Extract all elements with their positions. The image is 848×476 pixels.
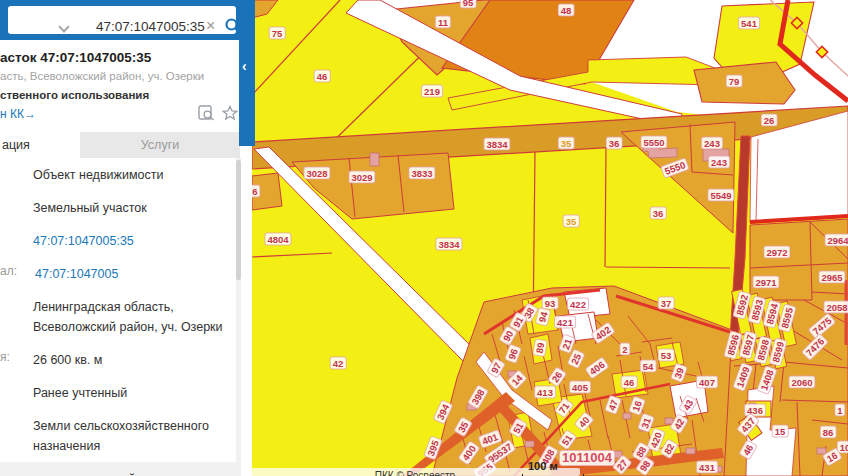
scrollbar-thumb[interactable] [236,160,241,280]
parcel-label-46[interactable]: 46 [621,376,638,389]
parcel-label-2972[interactable]: 2972 [763,246,790,259]
parcel-label-400[interactable]: 400 [457,440,480,465]
parcel-label-15[interactable]: 15 [772,425,789,438]
parcel-label-94[interactable]: 94 [535,307,552,326]
panel-collapse-strip[interactable]: ‹ [239,0,255,146]
parcel-label-26[interactable]: 26 [547,366,567,387]
parcel-label-2971[interactable]: 2971 [752,276,779,289]
plan-kk-link[interactable]: н КК→ [0,107,36,121]
parcel-label-54[interactable]: 54 [640,360,657,373]
search-value[interactable]: 47:07:1047005:35 [96,19,205,34]
info-row-value-link[interactable]: 47:07:1047005:35 [33,231,240,251]
parcel-label-2965[interactable]: 2965 [818,271,845,284]
parcel-label-53[interactable]: 53 [658,349,675,362]
parcel-label-51[interactable]: 51 [557,429,577,450]
parcel-label-36[interactable]: 36 [606,137,623,150]
parcel-label-1011004[interactable]: 1011004 [559,450,615,466]
doc-search-icon[interactable] [198,105,215,125]
parcel-label-42[interactable]: 42 [330,357,347,370]
parcel-labels-layer: 7546219119548541792630063028302938333834… [252,0,848,476]
parcel-label-413[interactable]: 413 [534,386,556,399]
parcel-label-431[interactable]: 431 [696,461,718,474]
parcel-label-47[interactable]: 47 [604,395,622,415]
parcel-label-51[interactable]: 51 [508,418,528,439]
parcel-label-75[interactable]: 75 [269,27,286,40]
parcel-label-407[interactable]: 407 [696,376,718,389]
star-icon[interactable] [222,105,238,125]
info-row-value-link[interactable]: 47:07:1047005 [35,264,240,284]
parcel-label-421[interactable]: 421 [554,316,576,329]
tab-services[interactable]: Услуги [80,132,240,158]
parcel-label-3833[interactable]: 3833 [408,167,435,180]
parcel-label-1409[interactable]: 1409 [732,362,753,392]
parcel-label-5549[interactable]: 5549 [707,189,734,202]
parcel-label-3006[interactable]: 3006 [252,185,261,198]
parcel-label-11[interactable]: 11 [435,16,451,29]
scale-label: 100 м [528,460,558,472]
parcel-label-42[interactable]: 42 [669,414,689,435]
parcel-label-4804[interactable]: 4804 [264,233,291,246]
parcel-label-2964[interactable]: 2964 [824,234,848,247]
parcel-label-46[interactable]: 46 [738,440,758,461]
info-row-label [0,416,15,456]
chevron-down-icon[interactable] [60,23,68,31]
parcel-label-36[interactable]: 36 [650,207,667,220]
parcel-label-5550[interactable]: 5550 [660,157,690,178]
info-row-label [0,297,15,337]
parcel-label-79[interactable]: 79 [726,75,743,88]
sidebar: 47:07:1047005:35 × асток 47:07:1047005:3… [0,0,252,476]
collapse-chevron-icon[interactable]: ‹ [242,58,247,74]
parcel-label-243[interactable]: 243 [701,137,723,150]
parcel-label-37[interactable]: 37 [658,297,675,310]
info-row-label: ал: [0,264,17,284]
parcel-label-406[interactable]: 406 [584,356,609,379]
info-row-5: я:26 600 кв. м [0,343,240,376]
parcel-label-1[interactable]: 1 [834,404,845,417]
parcel-label-43[interactable]: 43 [678,395,698,416]
parcel-label-243[interactable]: 243 [708,156,730,169]
parcel-label-219[interactable]: 219 [421,85,443,98]
info-row-value: Земли сельскохозяйственного назначения [33,416,240,456]
map-viewport[interactable]: 7546219119548541792630063028302938333834… [252,0,848,476]
parcel-label-14[interactable]: 14 [507,370,528,391]
parcel-label-3029[interactable]: 3029 [348,171,375,184]
parcel-label-3834[interactable]: 3834 [435,238,462,251]
parcel-label-35[interactable]: 35 [453,417,473,438]
parcel-label-422[interactable]: 422 [567,298,589,311]
parcel-label-7476[interactable]: 7476 [801,333,829,361]
parcel-label-97[interactable]: 97 [486,358,506,379]
info-row-1: Земельный участок [0,191,240,224]
parcel-label-3834[interactable]: 3834 [483,138,510,151]
parcel-label-402[interactable]: 402 [590,321,615,344]
parcel-label-2[interactable]: 2 [619,343,630,356]
tab-information[interactable]: ация [0,132,80,158]
search-input[interactable]: 47:07:1047005:35 × [8,6,236,34]
parcel-label-71[interactable]: 71 [554,397,574,418]
parcel-label-46[interactable]: 46 [314,70,331,83]
parcel-label-40[interactable]: 40 [574,411,595,432]
parcel-label-3028[interactable]: 3028 [303,167,330,180]
parcel-label-35[interactable]: 35 [558,137,575,150]
parcel-label-48[interactable]: 48 [558,4,575,17]
parcel-label-93[interactable]: 93 [542,297,559,310]
parcel-label-398[interactable]: 398 [467,384,489,409]
parcel-label-541[interactable]: 541 [738,17,760,30]
parcel-label-96[interactable]: 96 [504,344,522,364]
info-row-7: Земли сельскохозяйственного назначения [0,409,240,462]
parcel-label-86[interactable]: 86 [820,426,837,439]
parcel-label-39[interactable]: 39 [670,363,688,383]
parcel-label-1408[interactable]: 1408 [756,365,777,395]
info-row-label [0,165,15,185]
sidebar-scrollbar[interactable] [236,158,241,476]
parcel-label-394[interactable]: 394 [432,399,453,424]
parcel-label-89[interactable]: 89 [532,339,548,358]
parcel-label-2060[interactable]: 2060 [788,376,815,389]
clear-icon[interactable]: × [206,17,215,35]
parcel-label-95[interactable]: 95 [460,0,477,9]
parcel-label-395[interactable]: 395 [423,436,443,461]
parcel-label-2058[interactable]: 2058 [823,301,848,314]
parcel-label-5550[interactable]: 5550 [640,136,667,149]
parcel-label-35[interactable]: 35 [563,215,580,228]
parcel-label-405[interactable]: 405 [569,381,591,394]
parcel-label-26[interactable]: 26 [761,114,778,127]
